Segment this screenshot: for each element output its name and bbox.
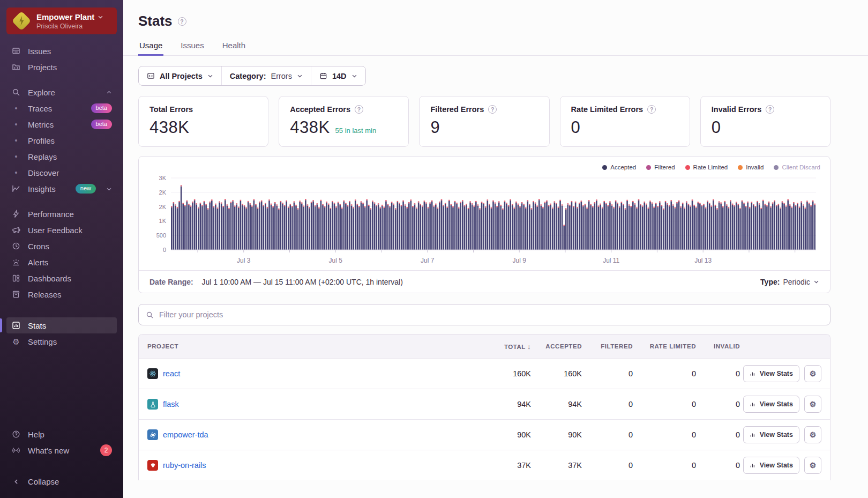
- card-total-errors: Total Errors 438K: [138, 96, 268, 147]
- bullet-icon: •: [11, 104, 21, 113]
- gear-icon: ⚙: [810, 461, 817, 470]
- sidebar-item-alerts[interactable]: Alerts: [6, 254, 117, 270]
- column-invalid[interactable]: INVALID: [696, 343, 740, 350]
- sidebar-item-crons[interactable]: Crons: [6, 238, 117, 254]
- view-stats-button[interactable]: View Stats: [743, 426, 799, 443]
- legend-client-discard[interactable]: Client Discard: [774, 164, 820, 170]
- lightning-icon: [11, 210, 21, 218]
- table-row: flask 94K 94K 0 0 0 View Stats ⚙: [139, 389, 830, 419]
- sidebar-collapse-button[interactable]: Collapse: [6, 473, 117, 489]
- cell-total: 94K: [467, 400, 531, 408]
- table-header: PROJECT TOTAL↓ ACCEPTED FILTERED RATE LI…: [139, 335, 830, 358]
- view-stats-button[interactable]: View Stats: [743, 365, 799, 382]
- sidebar-item-user-feedback[interactable]: User Feedback: [6, 222, 117, 238]
- project-link[interactable]: react: [163, 369, 180, 378]
- project-settings-button[interactable]: ⚙: [804, 457, 821, 474]
- cell-filtered: 0: [582, 461, 633, 470]
- broadcast-icon: [11, 446, 21, 455]
- tab-health[interactable]: Health: [221, 36, 246, 56]
- date-range-value: Jul 1 10:00 AM — Jul 15 11:00 AM (+02:00…: [202, 278, 403, 286]
- tab-issues[interactable]: Issues: [179, 36, 205, 56]
- chevron-down-icon: [207, 73, 213, 79]
- view-stats-button[interactable]: View Stats: [743, 457, 799, 474]
- rate-limited-errors-value: 0: [571, 118, 581, 137]
- main-content: Stats ? Usage Issues Health All Projects…: [123, 0, 868, 498]
- column-total[interactable]: TOTAL↓: [467, 343, 531, 351]
- help-icon[interactable]: ?: [178, 17, 186, 26]
- svg-text:Jul 13: Jul 13: [694, 257, 712, 264]
- help-icon[interactable]: ?: [355, 105, 363, 114]
- project-settings-button[interactable]: ⚙: [804, 365, 821, 382]
- card-invalid-errors: Invalid Errors? 0: [700, 96, 830, 147]
- help-icon[interactable]: ?: [766, 105, 774, 114]
- project-settings-button[interactable]: ⚙: [804, 396, 821, 413]
- cell-accepted: 37K: [531, 461, 582, 470]
- sidebar-item-traces[interactable]: • Traces beta: [6, 100, 117, 116]
- column-accepted[interactable]: ACCEPTED: [531, 343, 582, 350]
- project-link[interactable]: empower-tda: [163, 430, 208, 439]
- sidebar-item-stats[interactable]: Stats: [6, 317, 117, 333]
- tab-usage[interactable]: Usage: [138, 36, 163, 56]
- cell-invalid: 0: [696, 461, 740, 470]
- sidebar-item-metrics[interactable]: • Metrics beta: [6, 116, 117, 132]
- legend-filtered[interactable]: Filtered: [646, 164, 675, 170]
- filter-bar: All Projects Category: Errors 14D: [138, 66, 366, 86]
- stat-cards: Total Errors 438K Accepted Errors? 438K5…: [138, 96, 830, 147]
- insights-icon: [11, 184, 21, 193]
- invalid-errors-value: 0: [712, 118, 721, 137]
- sidebar-footer: Help What's new 2 Collapse: [0, 426, 123, 498]
- sidebar-nav: Issues Projects Explore • Traces beta • …: [0, 43, 123, 350]
- projects-table: PROJECT TOTAL↓ ACCEPTED FILTERED RATE LI…: [138, 334, 830, 480]
- sidebar-item-issues[interactable]: Issues: [6, 43, 117, 59]
- sidebar-item-replays[interactable]: • Replays: [6, 148, 117, 165]
- svg-text:1K: 1K: [159, 218, 167, 224]
- category-filter-dropdown[interactable]: Category: Errors: [222, 66, 311, 85]
- sidebar-item-releases[interactable]: Releases: [6, 286, 117, 302]
- sidebar-item-profiles[interactable]: • Profiles: [6, 132, 117, 148]
- sidebar-item-explore[interactable]: Explore: [6, 84, 117, 100]
- project-settings-button[interactable]: ⚙: [804, 426, 821, 443]
- gear-icon: ⚙: [810, 430, 817, 439]
- bar-chart-icon: [750, 370, 756, 377]
- date-range-label: Date Range:: [149, 278, 193, 286]
- date-range-dropdown[interactable]: 14D: [311, 66, 365, 85]
- archive-icon: [11, 290, 21, 299]
- project-link[interactable]: flask: [163, 400, 179, 408]
- siren-icon: [11, 258, 21, 266]
- sidebar-item-dashboards[interactable]: Dashboards: [6, 270, 117, 286]
- sidebar-item-settings[interactable]: ⚙ Settings: [6, 333, 117, 350]
- chart-footer: Date Range: Jul 1 10:00 AM — Jul 15 11:0…: [139, 270, 830, 293]
- column-rate-limited[interactable]: RATE LIMITED: [633, 343, 696, 350]
- project-link[interactable]: ruby-on-rails: [163, 461, 206, 470]
- help-icon[interactable]: ?: [488, 105, 497, 114]
- react-platform-icon: [147, 368, 158, 379]
- org-user: Priscila Oliveira: [36, 23, 103, 30]
- cell-accepted: 94K: [531, 400, 582, 408]
- sidebar-item-discover[interactable]: • Discover: [6, 165, 117, 181]
- project-folder-icon: [147, 72, 155, 80]
- sidebar-item-whats-new[interactable]: What's new 2: [6, 442, 117, 458]
- type-dropdown[interactable]: Type: Periodic: [760, 278, 819, 286]
- legend-accepted[interactable]: Accepted: [602, 164, 636, 170]
- project-filter-dropdown[interactable]: All Projects: [139, 66, 222, 85]
- cell-filtered: 0: [582, 400, 633, 408]
- search-input[interactable]: [159, 310, 823, 319]
- card-accepted-errors: Accepted Errors? 438K55 in last min: [279, 96, 409, 147]
- chevron-left-icon: [11, 478, 21, 485]
- legend-rate-limited[interactable]: Rate Limited: [685, 164, 728, 170]
- card-rate-limited-errors: Rate Limited Errors? 0: [560, 96, 690, 147]
- table-row: ruby-on-rails 37K 37K 0 0 0 View Stats ⚙: [139, 450, 830, 480]
- view-stats-button[interactable]: View Stats: [743, 396, 799, 413]
- sidebar-item-insights[interactable]: Insights new: [6, 181, 117, 197]
- bar-chart-icon: [11, 321, 21, 330]
- column-project[interactable]: PROJECT: [147, 343, 467, 350]
- column-filtered[interactable]: FILTERED: [582, 343, 633, 350]
- legend-invalid[interactable]: Invalid: [738, 164, 764, 170]
- help-icon[interactable]: ?: [647, 105, 656, 114]
- sidebar-item-help[interactable]: Help: [6, 426, 117, 442]
- flask-platform-icon: [147, 399, 158, 410]
- org-switcher[interactable]: Empower Plant Priscila Oliveira: [6, 8, 117, 34]
- new-badge: new: [76, 184, 96, 193]
- sidebar-item-performance[interactable]: Performance: [6, 206, 117, 222]
- sidebar-item-projects[interactable]: Projects: [6, 59, 117, 75]
